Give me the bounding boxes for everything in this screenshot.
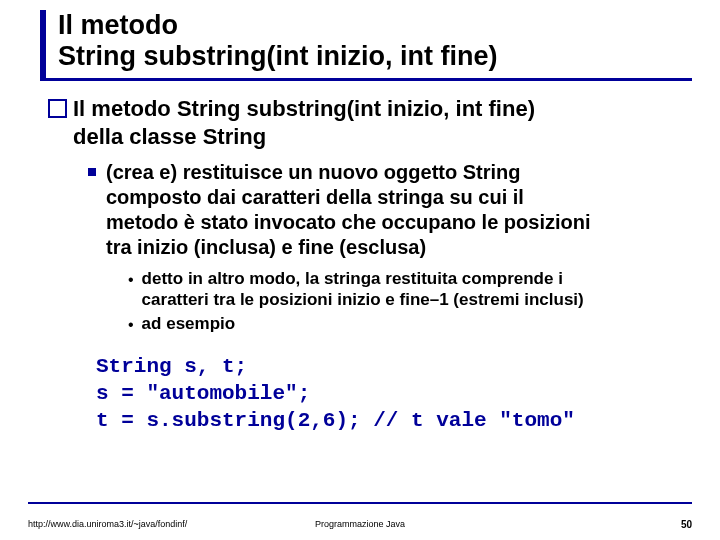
title-line-2: String substring(int inizio, int fine) [58,41,497,71]
square-bullet-icon [48,99,67,118]
bullet-3b-text: ad esempio [142,313,236,334]
text: caratteri tra le posizioni inizio e fine… [142,290,584,309]
small-square-bullet-icon [88,168,96,176]
text: (crea e) restituisce un nuovo oggetto St… [106,161,521,183]
footer-center: Programmazione Java [28,519,692,529]
bullet-2-text: (crea e) restituisce un nuovo oggetto St… [106,160,591,260]
bullet-level-3: • detto in altro modo, la stringa restit… [128,268,692,311]
bullet-level-2: (crea e) restituisce un nuovo oggetto St… [88,160,692,260]
text-bold: String [203,124,267,149]
text-bold: String substring(int inizio, int fine) [177,96,535,121]
title-accent-bar [40,10,46,78]
bullet-3a-text: detto in altro modo, la stringa restitui… [142,268,584,311]
text: composto dai caratteri della stringa su … [106,186,524,208]
text: detto in altro modo, la stringa restitui… [142,269,563,288]
bullet-level-1: Il metodo String substring(int inizio, i… [48,95,692,150]
text: della classe [73,124,203,149]
footer-rule [28,502,692,504]
title-underline [40,78,692,81]
slide: Il metodo String substring(int inizio, i… [0,0,720,540]
slide-title: Il metodo String substring(int inizio, i… [58,10,692,76]
text: metodo è stato invocato che occupano le … [106,211,591,233]
content-area: Il metodo String substring(int inizio, i… [48,95,692,434]
footer: http://www.dia.uniroma3.it/~java/fondinf… [28,519,692,530]
dot-bullet-icon: • [128,315,134,335]
text: Il metodo [73,96,177,121]
title-line-1: Il metodo [58,10,178,40]
text: tra inizio (inclusa) e fine (esclusa) [106,236,426,258]
bullet-level-3: • ad esempio [128,313,692,335]
code-block: String s, t; s = "automobile"; t = s.sub… [96,353,692,435]
dot-bullet-icon: • [128,270,134,290]
bullet-1-text: Il metodo String substring(int inizio, i… [73,95,535,150]
